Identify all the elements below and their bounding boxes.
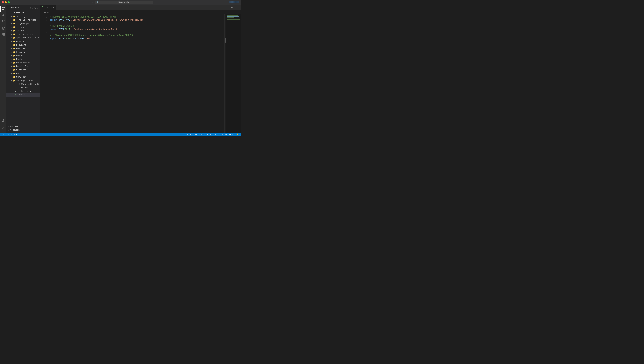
status-encoding[interactable]: UTF-8	[210, 133, 217, 136]
folder-icon: 📁	[13, 40, 16, 43]
tree-item-parallels[interactable]: ▶ 📁 Parallels	[6, 65, 40, 68]
tree-item-zshrc[interactable]: ▶ $ .zshrc	[6, 93, 40, 97]
editor-breadcrumb: .zshrc	[40, 10, 241, 14]
status-git-icon[interactable]: ⎇	[1, 133, 5, 136]
tree-item-library[interactable]: ▶ 📁 Library	[6, 50, 40, 54]
tab-close-zshrc[interactable]: ✕	[53, 6, 54, 9]
outline-arrow: ▶	[8, 125, 10, 128]
warning-count: 0	[11, 133, 12, 135]
timeline-header[interactable]: ▶ TIMELINE	[6, 128, 40, 132]
activity-run[interactable]	[0, 25, 6, 31]
tree-item-public[interactable]: ▶ 📁 Public	[6, 72, 40, 75]
zshrc-label: .zshrc	[18, 94, 25, 96]
tree-item-sunlogin-files[interactable]: ▶ 📁 Sunlogin Files	[6, 79, 40, 82]
editor-content[interactable]: 1 2 3 4 5 6 7 8 # 配置Oracle ARM64位架构macOS…	[40, 14, 241, 133]
new-file-icon[interactable]: ⊕	[30, 7, 31, 9]
svg-line-5	[4, 16, 4, 16]
minimap-preview	[229, 1, 239, 3]
activity-search[interactable]	[0, 12, 6, 18]
scrollbar-thumb[interactable]	[225, 38, 226, 43]
trash-arrow: ▶	[10, 26, 13, 28]
tree-item-config[interactable]: ▶ 📁 .config	[6, 15, 40, 18]
close-button[interactable]	[2, 1, 4, 3]
env-java-home: $JAVA_HOME	[72, 37, 85, 40]
oracle-arrow: ▶	[10, 19, 13, 21]
tree-item-zsh-sessions[interactable]: ▶ 📁 .zsh_sessions	[6, 33, 40, 36]
editor-scrollbar[interactable]	[224, 14, 226, 133]
refresh-icon[interactable]: ↻	[34, 7, 36, 9]
timeline-arrow: ▶	[8, 129, 10, 131]
line-ending-text: LF	[218, 133, 220, 135]
status-language[interactable]: Shell Script	[221, 133, 236, 136]
editor-area: $ .zshrc ✕ ⊟ ··· .zshrc 1 2 3 4 5 6 7 8	[40, 5, 241, 133]
wangwang-arrow: ▶	[10, 62, 13, 64]
folder-icon: 📁	[13, 44, 16, 46]
svg-rect-11	[2, 33, 3, 35]
status-spaces[interactable]: Spaces: 4	[198, 133, 209, 136]
timeline-label: TIMELINE	[10, 129, 20, 131]
file-cf-icon: ≡	[14, 83, 17, 85]
activity-account[interactable]	[0, 118, 6, 124]
tree-item-viminfo[interactable]: ▶ ≡ .viminfo	[6, 86, 40, 90]
minimap-line-5	[227, 18, 238, 19]
activity-explorer[interactable]	[0, 6, 6, 12]
more-actions-icon[interactable]: ···	[234, 5, 240, 9]
folder-icon: 📁	[13, 15, 16, 18]
root-arrow: ▶	[8, 12, 10, 14]
tree-item-applications[interactable]: ▶ 📁 Applications (Parallels)	[6, 36, 40, 40]
folder-icon: 📁	[13, 37, 16, 39]
movies-label: Movies	[16, 55, 24, 57]
status-notifications[interactable]: 🔔	[236, 133, 240, 136]
sidebar-content[interactable]: ▶ LIUGUANGLEI ▶ 📁 .config ▶ 📁 .oracle_jr…	[6, 10, 40, 124]
zsh-sessions-arrow: ▶	[10, 33, 13, 36]
tree-item-oracle[interactable]: ▶ 📁 .oracle_jre_usage	[6, 18, 40, 22]
tree-item-sunlogin[interactable]: ▶ 📁 Sunlogin	[6, 75, 40, 79]
sidebar-title: EXPLORER	[10, 7, 20, 9]
sunlogin-arrow: ▶	[10, 76, 13, 78]
encoding-text: UTF-8	[210, 133, 216, 135]
code-line-3	[50, 22, 224, 25]
status-position[interactable]: Ln 8, Col 33	[183, 133, 198, 136]
forward-arrow[interactable]: ›	[91, 1, 94, 4]
sunlogin-files-arrow: ▶	[10, 79, 13, 82]
tree-item-cfusertext[interactable]: ▶ ≡ .CFUserTextEncoding	[6, 82, 40, 86]
tree-item-documents[interactable]: ▶ 📁 Documents	[6, 43, 40, 47]
activity-source-control[interactable]	[0, 19, 6, 25]
fullscreen-button[interactable]	[8, 1, 10, 3]
svg-point-16	[3, 127, 4, 128]
tree-item-downloads[interactable]: ▶ 📁 Downloads	[6, 47, 40, 50]
title-right	[229, 1, 239, 3]
status-source-control[interactable]: ↻ 0	[13, 133, 18, 136]
tree-item-movies[interactable]: ▶ 📁 Movies	[6, 54, 40, 57]
tree-item-pictures[interactable]: ▶ 📁 Pictures	[6, 68, 40, 72]
folder-icon: 📁	[13, 58, 16, 61]
outline-header[interactable]: ▶ OUTLINE	[6, 125, 40, 128]
tree-item-music[interactable]: ▶ 📁 Music	[6, 57, 40, 61]
code-editor[interactable]: # 配置Oracle ARM64位架构macOS版Java17的JAVA_HOM…	[48, 14, 224, 133]
activity-extensions[interactable]	[0, 32, 6, 38]
dollar-path-1: $PATH	[65, 28, 72, 31]
tree-item-wangwang[interactable]: ▶ 📁 My WangWang	[6, 61, 40, 65]
activity-settings[interactable]	[0, 125, 6, 131]
tree-root-liuguanglei[interactable]: ▶ LIUGUANGLEI	[6, 11, 40, 15]
tree-item-trash[interactable]: ▶ 📁 .Trash	[6, 25, 40, 29]
tree-item-desktop[interactable]: ▶ 📁 Desktop	[6, 40, 40, 43]
tree-item-vscode[interactable]: ▶ 📁 .vscode	[6, 29, 40, 33]
sync-count: 0	[16, 133, 17, 135]
folder-icon: 📁	[13, 54, 16, 57]
tree-item-sogou[interactable]: ▶ 📁 .sogouinput	[6, 22, 40, 25]
collapse-icon[interactable]: ⊟	[37, 7, 38, 9]
status-line-ending[interactable]: LF	[217, 133, 221, 136]
zsh-sessions-label: .zsh_sessions	[16, 33, 32, 36]
status-errors[interactable]: ✕ 0 ⚠ 0	[5, 133, 13, 136]
zsh-history-label: .zsh_history	[18, 90, 33, 93]
split-editor-icon[interactable]: ⊟	[231, 5, 233, 10]
title-bar: ‹ › 🔍 liuguanglei	[0, 0, 241, 5]
tab-zshrc[interactable]: $ .zshrc ✕	[40, 5, 56, 10]
back-arrow[interactable]: ‹	[88, 1, 90, 4]
search-bar[interactable]: 🔍 liuguanglei	[95, 1, 153, 4]
minimize-button[interactable]	[5, 1, 7, 3]
new-folder-icon[interactable]: ⊞	[32, 7, 34, 9]
tree-item-zsh-history[interactable]: ▶ ≡ .zsh_history	[6, 90, 40, 93]
sidebar-bottom: ▶ OUTLINE ▶ TIMELINE	[6, 124, 40, 133]
